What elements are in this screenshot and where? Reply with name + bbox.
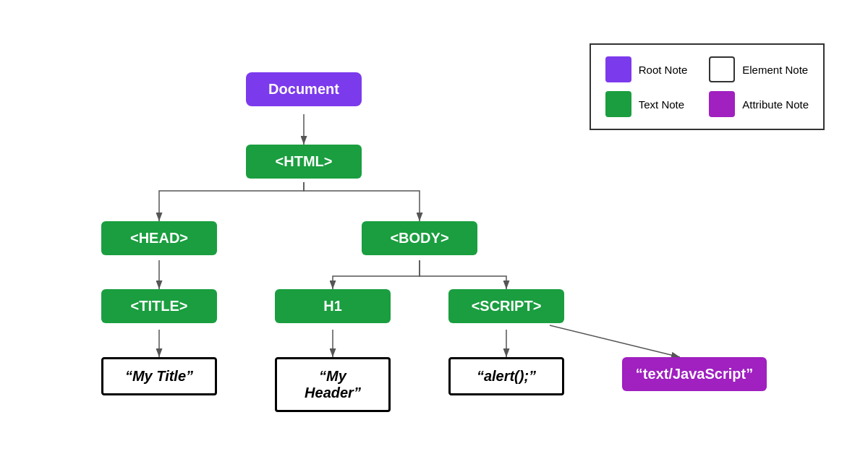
legend-item-text: Text Note <box>605 91 688 117</box>
legend-label-attribute: Attribute Note <box>742 98 809 111</box>
legend-box-element <box>709 56 735 82</box>
node-script: <SCRIPT> <box>448 289 564 323</box>
legend: Root Note Element Note Text Note Attribu… <box>590 43 825 130</box>
legend-label-element: Element Note <box>742 64 808 76</box>
legend-box-root <box>605 56 631 82</box>
legend-item-root: Root Note <box>605 56 688 82</box>
legend-item-attribute: Attribute Note <box>709 91 809 117</box>
legend-label-text: Text Note <box>639 98 684 111</box>
node-alert: “alert();” <box>448 357 564 395</box>
node-body: <BODY> <box>362 221 477 255</box>
svg-line-6 <box>550 325 680 357</box>
node-title: <TITLE> <box>101 289 217 323</box>
node-html: <HTML> <box>246 145 362 179</box>
legend-item-element: Element Note <box>709 56 809 82</box>
node-js-type: “text/JavaScript” <box>622 357 767 391</box>
node-head: <HEAD> <box>101 221 217 255</box>
legend-box-attribute <box>709 91 735 117</box>
node-my-header: “My Header” <box>275 357 391 412</box>
diagram-container: Document <HTML> <HEAD> <BODY> <TITLE> H1… <box>0 0 868 454</box>
node-document: Document <box>246 72 362 106</box>
node-my-title: “My Title” <box>101 357 217 395</box>
legend-label-root: Root Note <box>639 64 688 76</box>
node-h1: H1 <box>275 289 391 323</box>
legend-box-text <box>605 91 631 117</box>
